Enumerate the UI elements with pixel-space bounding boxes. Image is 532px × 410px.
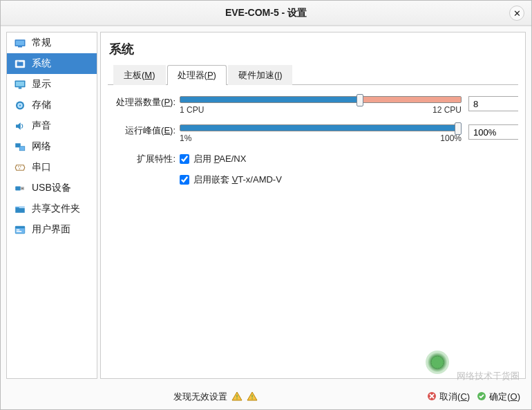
close-button[interactable]: ✕ [509,6,524,21]
sidebar-item-audio[interactable]: 声音 [7,115,97,136]
svg-rect-29 [251,398,252,399]
cancel-icon [427,391,437,403]
ok-icon [477,391,486,403]
pae-nx-label: 启用 PAE/NX [193,153,246,165]
sidebar-item-label: 常规 [32,37,51,49]
svg-rect-28 [251,395,252,398]
sidebar-item-label: 网络 [32,140,51,153]
svg-rect-18 [15,186,21,190]
execution-cap-input[interactable] [469,125,526,139]
cpu-slider-thumb[interactable] [357,94,363,106]
sidebar-item-system[interactable]: 系统 [7,53,97,74]
general-icon [14,38,26,48]
sidebar-item-label: 用户界面 [32,223,70,236]
sidebar-item-label: USB设备 [32,182,71,194]
svg-rect-4 [17,62,23,66]
titlebar: EVE-COM-5 - 设置 ✕ [1,1,531,26]
row-cpu-count: 处理器数量(P): 1 CPU 12 CPU ▲▼ [108,96,518,115]
cap-slider-thumb[interactable] [455,122,462,135]
warning-icon [231,391,243,403]
system-icon [14,59,26,69]
svg-rect-1 [16,40,24,45]
execution-cap-label: 运行峰值(E): [108,124,180,137]
sidebar-item-general[interactable]: 常规 [7,32,97,53]
cap-max-label: 100% [440,133,462,143]
tabs: 主板(M) 处理器(P) 硬件加速(l) [108,64,518,85]
tab-acceleration[interactable]: 硬件加速(l) [228,65,293,85]
svg-point-17 [19,168,21,169]
main-panel: 系统 主板(M) 处理器(P) 硬件加速(l) 处理器数量(P): [100,32,526,379]
svg-rect-9 [19,87,22,88]
invalid-settings-warning[interactable]: 发现无效设置 [173,391,258,403]
sidebar-item-label: 系统 [32,57,51,70]
svg-rect-26 [236,395,237,398]
usb-icon [14,183,26,194]
ui-icon [14,225,26,235]
svg-point-16 [20,166,21,167]
row-execution-cap: 运行峰值(E): 1% 100% ▲▼ [108,124,518,143]
svg-rect-14 [19,146,25,150]
extended-features-label: 扩展特性: [108,153,180,165]
cpu-min-label: 1 CPU [180,105,204,115]
sidebar-item-label: 显示 [32,78,51,91]
tab-processor[interactable]: 处理器(P) [167,65,227,85]
sidebar-item-ui[interactable]: 用户界面 [7,219,97,240]
svg-point-6 [18,61,19,62]
nested-vt-label: 启用嵌套 VT-x/AMD-V [193,174,282,186]
sidebar-item-label: 串口 [32,161,51,174]
serial-icon [14,162,26,173]
nested-vt-checkbox[interactable] [180,175,189,185]
body: 常规 系统 显示 存储 声音 网络 [1,26,531,384]
svg-point-12 [19,104,21,106]
display-icon [14,80,26,90]
svg-rect-21 [15,206,25,207]
shared-folder-icon [14,204,26,214]
execution-cap-spinner[interactable]: ▲▼ [468,124,518,140]
svg-rect-25 [17,231,22,232]
tab-motherboard[interactable]: 主板(M) [113,65,166,85]
svg-rect-23 [15,226,25,228]
svg-rect-24 [17,229,20,230]
sidebar-item-label: 共享文件夹 [32,203,80,215]
svg-rect-20 [21,187,23,189]
audio-icon [14,121,26,131]
checkbox-nested-vt[interactable]: 启用嵌套 VT-x/AMD-V [180,174,282,186]
row-extended-features: 扩展特性: 启用 PAE/NX 启用嵌套 VT-x/AMD-V [108,153,518,186]
svg-rect-8 [16,82,24,86]
sidebar-item-serial[interactable]: 串口 [7,157,97,178]
cancel-button[interactable]: 取消(C) [427,391,470,403]
settings-window: EVE-COM-5 - 设置 ✕ 常规 系统 显示 存储 声音 [0,0,532,410]
svg-rect-2 [18,46,22,48]
sidebar-item-label: 存储 [32,99,51,111]
sidebar-item-label: 声音 [32,120,51,132]
cpu-count-spinner[interactable]: ▲▼ [468,96,518,111]
sidebar-item-network[interactable]: 网络 [7,136,97,157]
sidebar-item-usb[interactable]: USB设备 [7,178,97,198]
cpu-count-slider[interactable] [180,96,462,103]
cpu-max-label: 12 CPU [433,105,462,115]
warning-icon [247,391,258,403]
svg-rect-27 [236,398,237,399]
sidebar-item-display[interactable]: 显示 [7,74,97,95]
footer: 发现无效设置 取消(C) 确定(O) [1,384,531,409]
cpu-count-label: 处理器数量(P): [108,96,180,109]
checkbox-pae-nx[interactable]: 启用 PAE/NX [180,153,282,165]
storage-icon [14,100,26,111]
sidebar-item-storage[interactable]: 存储 [7,95,97,115]
svg-point-15 [18,166,19,167]
svg-point-5 [17,61,18,62]
cap-min-label: 1% [180,133,191,143]
ok-button[interactable]: 确定(O) [477,391,520,403]
network-icon [14,142,26,152]
cpu-count-input[interactable] [469,97,526,111]
sidebar: 常规 系统 显示 存储 声音 网络 [6,32,97,379]
window-title: EVE-COM-5 - 设置 [225,7,307,19]
execution-cap-slider[interactable] [180,124,462,131]
sidebar-item-shared[interactable]: 共享文件夹 [7,198,97,219]
invalid-settings-text: 发现无效设置 [173,391,227,403]
page-heading: 系统 [109,41,517,57]
pae-nx-checkbox[interactable] [180,154,189,164]
